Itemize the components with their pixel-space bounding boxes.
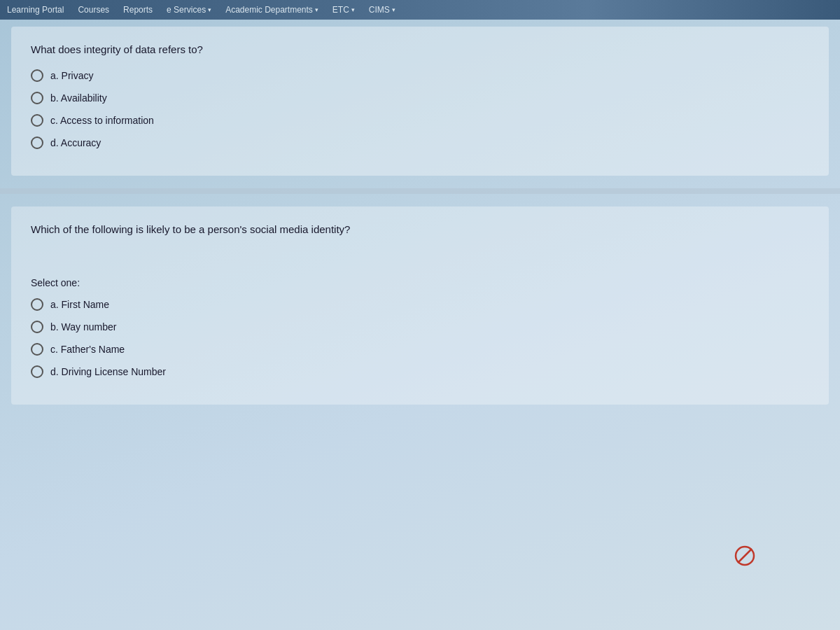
nav-label-cims: CIMS: [369, 5, 390, 15]
nav-item-eservices[interactable]: e Services ▾: [167, 5, 211, 15]
q2-radio-a[interactable]: [31, 298, 43, 311]
question-1-block: What does integrity of data refers to? a…: [11, 27, 829, 176]
q2-option-a-row: a. First Name: [31, 298, 809, 311]
nav-label-eservices: e Services: [167, 5, 206, 15]
etc-arrow-icon: ▾: [351, 6, 355, 13]
question-separator: [0, 188, 840, 194]
nav-item-reports[interactable]: Reports: [123, 5, 153, 15]
nav-item-cims[interactable]: CIMS ▾: [369, 5, 396, 15]
q2-option-d-row: d. Driving License Number: [31, 365, 809, 378]
nav-item-departments[interactable]: Academic Departments ▾: [225, 5, 318, 15]
q2-label-a[interactable]: a. First Name: [50, 299, 109, 310]
q1-label-b[interactable]: b. Availability: [50, 92, 107, 104]
question-2-block: Which of the following is likely to be a…: [11, 206, 829, 405]
q1-option-a-row: a. Privacy: [31, 69, 809, 82]
select-one-label: Select one:: [31, 277, 809, 288]
q1-radio-a[interactable]: [31, 69, 43, 82]
nav-label-courses: Courses: [78, 5, 109, 15]
eservices-arrow-icon: ▾: [208, 6, 211, 13]
nav-items: Learning Portal Courses Reports e Servic…: [7, 5, 396, 15]
q2-radio-d[interactable]: [31, 365, 43, 378]
nav-label-departments: Academic Departments: [225, 5, 313, 15]
q2-label-c[interactable]: c. Father's Name: [50, 344, 125, 355]
cims-arrow-icon: ▾: [392, 6, 396, 13]
nav-item-portal[interactable]: Learning Portal: [7, 5, 64, 15]
q1-label-c[interactable]: c. Access to information: [50, 115, 154, 126]
no-symbol-icon: [734, 545, 756, 567]
q2-radio-c[interactable]: [31, 343, 43, 356]
q2-label-b[interactable]: b. Way number: [50, 321, 116, 332]
nav-bar: Learning Portal Courses Reports e Servic…: [0, 0, 840, 20]
svg-line-1: [738, 549, 752, 563]
q1-radio-c[interactable]: [31, 114, 43, 127]
q1-label-d[interactable]: d. Accuracy: [50, 137, 101, 148]
q2-radio-b[interactable]: [31, 321, 43, 333]
nav-label-etc: ETC: [332, 5, 349, 15]
departments-arrow-icon: ▾: [315, 6, 318, 13]
q2-option-c-row: c. Father's Name: [31, 343, 809, 356]
q2-option-b-row: b. Way number: [31, 321, 809, 333]
nav-label-portal: Learning Portal: [7, 5, 64, 15]
q1-radio-b[interactable]: [31, 92, 43, 104]
q1-option-b-row: b. Availability: [31, 92, 809, 104]
question-1-text: What does integrity of data refers to?: [31, 43, 809, 55]
q1-option-c-row: c. Access to information: [31, 114, 809, 127]
question-2-text: Which of the following is likely to be a…: [31, 223, 809, 235]
nav-item-courses[interactable]: Courses: [78, 5, 109, 15]
nav-label-reports: Reports: [123, 5, 153, 15]
q2-label-d[interactable]: d. Driving License Number: [50, 366, 166, 377]
main-content: What does integrity of data refers to? a…: [0, 20, 840, 412]
q1-label-a[interactable]: a. Privacy: [50, 70, 93, 81]
nav-item-etc[interactable]: ETC ▾: [332, 5, 355, 15]
q1-radio-d[interactable]: [31, 136, 43, 149]
q1-option-d-row: d. Accuracy: [31, 136, 809, 149]
